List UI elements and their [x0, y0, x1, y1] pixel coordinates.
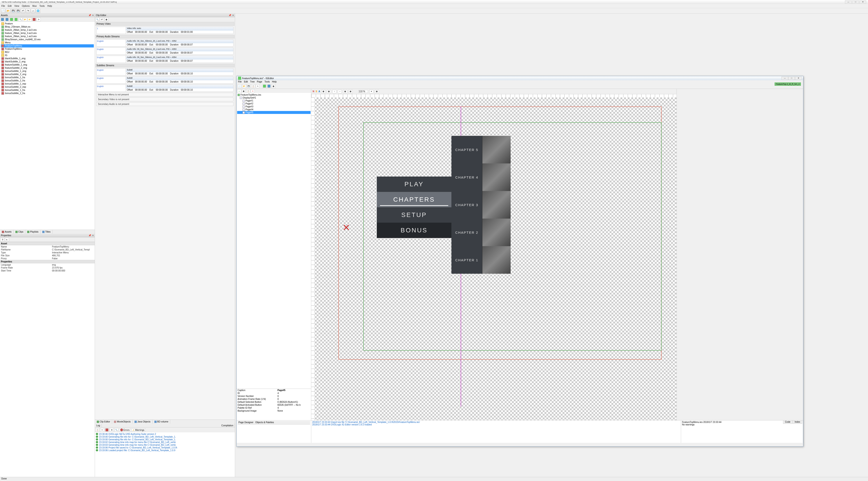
tool-icon[interactable]: 🔍	[19, 18, 23, 21]
undo-icon[interactable]: ↶	[21, 9, 25, 13]
chapter-item[interactable]: CHAPTER 2	[452, 219, 482, 246]
tab-objects-palettes[interactable]: Objects & Palettes	[255, 421, 274, 424]
ig-menu-help[interactable]: Help	[272, 81, 277, 84]
save-all-icon[interactable]: 💾	[16, 9, 20, 13]
a-icon[interactable]: A	[318, 90, 320, 93]
chapter-item[interactable]: CHAPTER 3	[452, 191, 482, 219]
asset-item[interactable]: bonusSubtitle_2_fra	[5, 92, 25, 95]
delete-icon[interactable]	[105, 428, 109, 432]
redo-icon[interactable]: ↷	[26, 9, 30, 13]
tab-clips[interactable]: Clips	[13, 230, 25, 234]
globe-icon[interactable]: 🌐	[36, 9, 40, 13]
note-icon[interactable]: ♪	[31, 9, 35, 13]
asset-item[interactable]: bonusSubtitle_2_eng	[5, 73, 26, 76]
tab-page-designer[interactable]: Page Designer	[239, 421, 253, 424]
cut-icon[interactable]: ✂	[256, 84, 260, 88]
ig-menu-page[interactable]: Page	[257, 81, 262, 84]
asset-item[interactable]: featureSubtitle_1_eng	[5, 63, 27, 66]
asset-item[interactable]: bonusSubtitle_1_esp	[5, 82, 26, 86]
open-icon[interactable]: 📂	[242, 84, 246, 88]
align-icon[interactable]: ↔	[338, 90, 342, 93]
folder-feature[interactable]: Feature	[5, 22, 13, 25]
tool-icon[interactable]: 📁	[28, 18, 32, 21]
add-below-icon[interactable]: ▦	[242, 89, 246, 93]
asset-item[interactable]: bonusSubtitle_2_fra	[5, 79, 25, 82]
close-icon[interactable]: ✕	[92, 14, 94, 17]
warnings-filter[interactable]: ⚠Warnings	[131, 428, 146, 431]
tab-bd-volume[interactable]: BD volume	[153, 420, 170, 424]
snap-icon[interactable]: ▦	[375, 90, 379, 93]
tab-clip-editor[interactable]: Clip Editor	[95, 420, 112, 424]
n-icon[interactable]: N	[313, 90, 314, 93]
asset-item[interactable]: BlrayStream_video_multi40_10.ves	[5, 38, 40, 41]
subtitle-stream-block[interactable]: EnglishSubtitlOffset00:00:00.00Out:00:00…	[96, 85, 234, 92]
tab-java-objects[interactable]: Java Objects	[133, 420, 153, 424]
menu-options[interactable]: Options	[22, 5, 30, 7]
asset-item[interactable]: feature_2Main_temp_2.ac3.ves	[5, 29, 37, 32]
copy-icon[interactable]: 📋	[251, 84, 255, 88]
subtitle-stream-block[interactable]: EnglishSubtitlOffset00:00:00.00Out:00:00…	[96, 76, 234, 84]
asset-item[interactable]: bonusSubtitle_1_eng	[5, 70, 26, 73]
search-icon[interactable]: 🔍	[95, 18, 99, 21]
align-icon[interactable]: ▦	[348, 90, 352, 93]
asset-item[interactable]: bonusSubtitle_1_fra	[5, 89, 25, 92]
asset-item[interactable]: FeatureTopMenu	[5, 47, 22, 51]
errors-filter[interactable]: Errors	[119, 428, 131, 431]
new-icon[interactable]: 📄	[238, 84, 242, 88]
align-icon[interactable]: ▦	[343, 90, 347, 93]
dup-icon[interactable]: 📋	[246, 89, 250, 93]
align-icon[interactable]: ↕	[332, 90, 336, 93]
ig-maximize-button[interactable]: □	[788, 76, 795, 80]
tab-playlists[interactable]: Playlists	[25, 230, 40, 234]
asset-item[interactable]: featureSubtitle_2_eng	[5, 66, 27, 70]
find-icon[interactable]: 🔍	[114, 428, 119, 432]
tab-index[interactable]: Index	[793, 420, 802, 424]
tab-assets[interactable]: Assets	[0, 230, 13, 234]
ig-menu-file[interactable]: File	[238, 81, 242, 84]
asset-selected[interactable]: FeatureTopMenu	[5, 44, 22, 47]
tool-icon[interactable]	[0, 18, 4, 21]
asset-item[interactable]: blankSubtitle_2_eng	[5, 60, 26, 63]
asset-item[interactable]: blankSubtitle_1_eng	[5, 57, 26, 60]
asset-item[interactable]: bonusSubtitle_2_esp	[5, 86, 26, 89]
pin-icon[interactable]: 📌	[228, 14, 231, 17]
assets-tree[interactable]: Feature Blray_2Stream_5Main.es feature_2…	[0, 22, 95, 230]
ig-menu-edit[interactable]: Edit	[244, 81, 248, 84]
check-icon[interactable]	[262, 84, 267, 88]
menu-help[interactable]: Help	[48, 5, 52, 7]
asset-item[interactable]: Blray_2Stream_5Main.es	[5, 25, 30, 29]
tool-icon[interactable]	[14, 18, 18, 21]
minimize-button[interactable]: —	[845, 0, 852, 4]
delete-icon[interactable]: ✕	[251, 89, 255, 93]
log-list[interactable]: 23:30:46 DVDLogic NETa UHD Authoring Sui…	[95, 432, 235, 477]
tab-titles[interactable]: Titles	[40, 230, 53, 234]
save-icon[interactable]: 💾	[11, 9, 16, 13]
save-icon[interactable]: 💾	[247, 84, 251, 88]
prop-group-asset[interactable]: Asset	[0, 242, 95, 245]
cut-icon[interactable]: ✂	[100, 428, 104, 432]
audio-stream-block[interactable]: English Audio Info: 30_Sec_Silence_20_2.…	[96, 47, 234, 55]
pin-icon[interactable]: 📌	[88, 14, 91, 17]
validate-icon[interactable]	[267, 84, 271, 88]
tool-icon[interactable]: 📂	[23, 18, 27, 21]
tool-icon[interactable]	[9, 18, 13, 21]
ig-minimize-button[interactable]: —	[781, 76, 788, 80]
s-icon[interactable]: S	[315, 90, 317, 93]
menu-edit[interactable]: Edit	[8, 5, 11, 7]
asset-item[interactable]: feature_2Main_temp_1.ac3.ves	[5, 35, 37, 38]
chapter-item[interactable]: CHAPTER 4	[452, 163, 482, 191]
ig-menu-tree[interactable]: Tree	[250, 81, 254, 84]
sort-alpha-icon[interactable]: A↓	[5, 238, 9, 242]
refresh-icon[interactable]: ⟳	[37, 18, 41, 21]
zoom-input[interactable]	[359, 90, 368, 93]
add-icon[interactable]: ＋	[237, 89, 241, 93]
menu-setup[interactable]: SETUP	[377, 207, 452, 223]
folder-menu[interactable]: Menu	[5, 41, 11, 44]
asset-item[interactable]: bonusSubtitle_1_fra	[5, 76, 25, 79]
pin-icon[interactable]: 📌	[88, 234, 91, 237]
tab-code[interactable]: Code	[783, 420, 793, 424]
folder-ig[interactable]: IG	[5, 54, 7, 57]
audio-stream-block[interactable]: English Audio Info: 30_Sec_Silence_20_3.…	[96, 56, 234, 63]
close-icon[interactable]: ✕	[232, 14, 234, 17]
tag-icon[interactable]: 🏷	[100, 18, 104, 21]
